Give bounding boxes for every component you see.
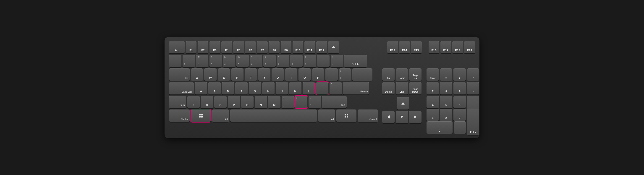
key-w[interactable]: W [204,68,216,81]
key-f10[interactable]: F10 [292,41,303,54]
key-numpad-enter[interactable]: Enter [467,108,479,135]
key-control-left[interactable]: Control [169,110,190,122]
key-numpad-3[interactable]: 3 [454,108,466,121]
key-backslash[interactable]: | \ [352,68,372,81]
key-numpad-multiply[interactable]: * [467,68,479,81]
key-rbracket[interactable]: } ] [339,68,351,81]
key-shift-left[interactable]: Shift [169,96,186,108]
key-numpad-divide[interactable]: / [454,68,466,81]
key-space[interactable] [230,110,317,122]
key-k[interactable]: K [289,82,302,94]
key-alt-left[interactable]: Alt [212,110,229,122]
key-equals[interactable]: + = [331,55,343,67]
key-tilde[interactable]: ~ ` [169,55,182,67]
key-f14[interactable]: F14 [399,41,410,54]
key-h[interactable]: H [262,82,274,94]
key-numpad-decimal[interactable]: . [454,122,466,134]
key-page-up[interactable]: PageUp [409,68,422,81]
key-numpad-equals[interactable]: = [440,68,452,81]
key-esc[interactable]: Esc [169,41,184,54]
key-g[interactable]: G [249,82,261,94]
key-l[interactable]: L [302,82,315,94]
key-f16[interactable]: F16 [428,41,439,54]
key-u[interactable]: U [272,68,284,81]
key-numpad-6[interactable]: 6 [454,96,466,108]
key-lbracket[interactable]: { [ [326,68,338,81]
key-home[interactable]: Home [396,68,408,81]
key-e[interactable]: E [218,68,230,81]
key-f2[interactable]: F2 [198,41,208,54]
key-comma[interactable]: < , [282,96,294,108]
key-return[interactable]: Return [343,82,369,94]
key-arrow-up[interactable] [397,97,409,110]
key-f1[interactable]: F1 [186,41,196,54]
key-f15[interactable]: F15 [411,41,422,54]
key-numpad-7[interactable]: 7 [426,82,439,94]
key-numpad-2[interactable]: 2 [440,108,452,121]
key-shift-right[interactable]: Shift [322,96,347,108]
key-p[interactable]: P [312,68,324,81]
key-f4[interactable]: F4 [221,41,232,54]
key-numpad-minus[interactable]: - [467,82,479,94]
key-z[interactable]: Z [187,96,200,108]
key-arrow-right[interactable] [409,111,422,123]
key-6[interactable]: ^ 6 [250,55,262,67]
key-3[interactable]: # 3 [210,55,222,67]
key-m[interactable]: M [268,96,280,108]
key-i[interactable]: I [285,68,297,81]
key-fn[interactable]: Fn [382,68,394,81]
key-caps-lock[interactable]: Caps Lock [169,82,194,94]
key-numpad-1[interactable]: 1 [426,108,439,121]
key-numpad-0[interactable]: 0 [426,122,452,134]
key-semicolon[interactable]: : ; [316,82,328,94]
key-numpad-4[interactable]: 4 [426,96,439,108]
key-arrow-left[interactable] [382,111,394,123]
key-c[interactable]: C [214,96,226,108]
key-numpad-clear[interactable]: Clear [426,68,439,81]
key-j[interactable]: J [276,82,288,94]
key-numpad-5[interactable]: 5 [440,96,452,108]
key-numpad-9[interactable]: 9 [454,82,466,94]
key-1[interactable]: ! 1 [182,55,195,67]
key-page-down[interactable]: PageDown [409,82,422,94]
key-f3[interactable]: F3 [210,41,220,54]
key-f11[interactable]: F11 [304,41,315,54]
key-v[interactable]: V [228,96,240,108]
key-end[interactable]: End [396,82,408,94]
key-n[interactable]: N [255,96,267,108]
key-f5[interactable]: F5 [233,41,244,54]
key-win-right[interactable] [336,110,356,122]
key-7[interactable]: & 7 [263,55,276,67]
key-f6[interactable]: F6 [245,41,256,54]
key-delete[interactable]: Delete [344,55,367,67]
key-a[interactable]: A [195,82,207,94]
key-s[interactable]: S [208,82,221,94]
key-arrow-down[interactable] [396,111,408,123]
key-f17[interactable]: F17 [440,41,451,54]
key-tab[interactable]: Tab [169,68,190,81]
key-o[interactable]: O [298,68,311,81]
key-f18[interactable]: F18 [452,41,463,54]
key-r[interactable]: R [231,68,244,81]
key-eject[interactable] [328,41,339,54]
key-slash[interactable]: ? / [308,96,321,108]
key-2[interactable]: @ 2 [196,55,208,67]
key-0[interactable]: ) 0 [304,55,316,67]
key-alt-right[interactable]: Alt [318,110,335,122]
key-numpad-8[interactable]: 8 [440,82,452,94]
key-f12[interactable]: F12 [316,41,327,54]
key-control-right[interactable]: Control [358,110,378,122]
key-f9[interactable]: F9 [281,41,292,54]
key-8[interactable]: * 8 [277,55,289,67]
key-win-left[interactable] [191,110,211,122]
key-f19[interactable]: F19 [464,41,475,54]
key-f13[interactable]: F13 [387,41,398,54]
key-5[interactable]: % 5 [236,55,249,67]
key-q[interactable]: Q [191,68,203,81]
key-4[interactable]: $ 4 [223,55,235,67]
key-t[interactable]: T [245,68,257,81]
key-quote[interactable]: " ' [330,82,342,94]
key-b[interactable]: B [241,96,254,108]
key-x[interactable]: X [201,96,213,108]
key-period[interactable]: > . [295,96,308,108]
